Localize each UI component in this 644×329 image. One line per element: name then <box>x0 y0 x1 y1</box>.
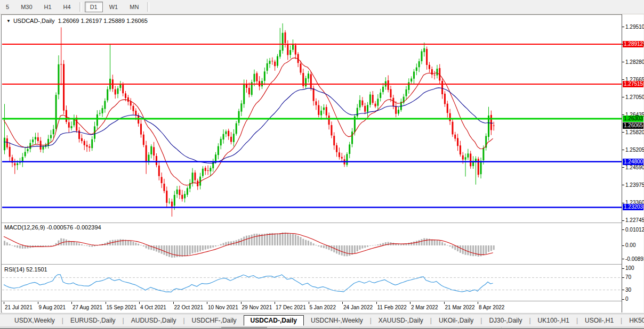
date-label: 5 Jan 2022 <box>310 305 336 310</box>
price-level-badge: 1.24800 <box>623 159 643 165</box>
price-axis-tick <box>622 220 624 221</box>
date-tick <box>410 302 410 304</box>
price-axis-tick <box>622 97 624 97</box>
toolbar-separator <box>79 2 82 12</box>
timeframe-button-d1[interactable]: D1 <box>85 2 103 12</box>
price-level-badge: 1.27515 <box>623 81 643 87</box>
date-tick <box>38 302 38 304</box>
timeframe-button-h1[interactable]: H1 <box>39 2 57 12</box>
rsi-axis-label: 0 <box>625 296 629 302</box>
timeframe-button-w1[interactable]: W1 <box>104 2 124 12</box>
price-axis-tick <box>622 185 624 185</box>
date-tick <box>139 302 140 304</box>
price-axis[interactable]: 1.295101.288951.282801.276651.270501.264… <box>622 14 643 312</box>
symbol-tab-xauusd[interactable]: XAUUSD-,Daily <box>372 316 430 325</box>
symbol-tab-usdcnh[interactable]: USDCNH-,Weekly <box>304 316 370 325</box>
macd-axis-label: 0.00 <box>625 242 635 248</box>
price-axis-tick <box>622 27 624 27</box>
price-chart[interactable] <box>2 15 622 223</box>
macd-axis-label: 0.010127 <box>625 227 644 233</box>
date-label: 11 Feb 2022 <box>377 305 407 310</box>
rsi-label: RSI(14) 52.1501 <box>4 266 47 273</box>
price-axis-tick <box>622 150 624 150</box>
timeframe-button-m30[interactable]: M30 <box>15 2 37 12</box>
trading-terminal-window: 5M30H1H4D1W1MN ▼USDCAD-,Daily 1.26069 1.… <box>0 0 644 329</box>
timeframe-toolbar: 5M30H1H4D1W1MN <box>0 0 644 14</box>
date-tick <box>444 302 445 304</box>
rsi-axis-tick <box>622 290 624 290</box>
date-label: 2 Mar 2022 <box>411 305 438 310</box>
date-label: 24 Jan 2022 <box>343 305 373 310</box>
price-axis-label: 1.22745 <box>625 217 644 223</box>
symbol-tab-bar: USDX,Weekly|EURUSD-,Daily|AUDUSD-,Daily|… <box>0 314 644 326</box>
symbol-tab-eurusd[interactable]: EURUSD-,Daily <box>63 316 123 325</box>
date-tick <box>309 302 309 304</box>
date-tick <box>376 302 377 304</box>
price-level-badge: 1.23203 <box>623 204 643 210</box>
date-label: 22 Oct 2021 <box>174 305 203 310</box>
price-axis-tick <box>622 132 624 133</box>
date-tick <box>173 302 174 304</box>
symbol-tab-usdchf[interactable]: USDCHF-,Daily <box>185 316 244 325</box>
date-label: 21 Jul 2021 <box>5 305 33 310</box>
chart-title-ohlc: 1.26069 1.26197 1.25889 1.26065 <box>58 18 148 24</box>
date-label: 9 Aug 2021 <box>39 305 66 310</box>
price-level-badge: 1.26303 <box>623 116 643 122</box>
price-axis-tick <box>622 62 624 62</box>
symbol-tab-uk100[interactable]: UK100-,H1 <box>531 316 576 325</box>
price-axis-tick <box>622 79 624 80</box>
date-label: 17 Dec 2021 <box>276 305 306 310</box>
chart-title-symbol: USDCAD-,Daily <box>13 18 55 24</box>
symbol-tab-ukoil[interactable]: UKOil-,Daily <box>432 316 480 325</box>
timeframe-button-h4[interactable]: H4 <box>58 2 76 12</box>
price-axis-tick <box>622 167 624 168</box>
price-level-badge: 1.26065 <box>623 122 643 129</box>
macd-axis-tick <box>622 245 624 246</box>
date-tick <box>478 302 478 304</box>
rsi-axis-tick <box>622 268 624 269</box>
date-label: 29 Nov 2021 <box>242 305 272 310</box>
date-label: 21 Mar 2022 <box>445 305 475 310</box>
price-axis-tick <box>622 203 624 203</box>
symbol-tab-hk50[interactable]: HK50-,H1 <box>622 316 644 325</box>
symbol-tab-audusd[interactable]: AUDUSD-,Daily <box>124 316 183 325</box>
price-axis-label: 1.28280 <box>625 59 644 65</box>
symbol-tab-usdcad[interactable]: USDCAD-,Daily <box>244 315 304 326</box>
timeframe-button-5[interactable]: 5 <box>1 2 14 12</box>
price-axis-label: 1.23975 <box>625 182 644 188</box>
time-axis[interactable]: 21 Jul 20219 Aug 202127 Aug 202115 Sep 2… <box>2 302 622 312</box>
date-tick <box>71 302 72 304</box>
symbol-tab-dj30[interactable]: DJ30-,Daily <box>482 316 529 325</box>
date-tick <box>4 302 4 304</box>
rsi-axis-label: 70 <box>625 274 631 280</box>
rsi-panel-chart[interactable] <box>2 266 622 301</box>
date-tick <box>342 302 343 304</box>
date-label: 8 Apr 2022 <box>479 305 504 310</box>
date-tick <box>207 302 207 304</box>
symbol-tab-usoil[interactable]: USOil-,H1 <box>578 316 621 325</box>
price-axis-label: 1.25820 <box>625 129 644 135</box>
rsi-axis-tick <box>622 277 624 278</box>
price-axis-label: 1.29510 <box>625 24 644 30</box>
date-tick <box>241 302 241 304</box>
macd-label: MACD(12,26,9) -0.000576 -0.002394 <box>4 224 101 231</box>
rsi-axis-label: 100 <box>625 265 634 271</box>
macd-axis-label: -0.00893 <box>625 256 644 262</box>
price-axis-label: 1.25205 <box>625 147 644 153</box>
toolbar-separator <box>147 2 149 12</box>
symbol-dropdown-icon[interactable]: ▼ <box>6 19 11 23</box>
timeframe-button-mn[interactable]: MN <box>124 2 144 12</box>
date-label: 15 Sep 2021 <box>107 305 137 310</box>
price-level-badge: 1.28912 <box>623 41 643 47</box>
rsi-axis-tick <box>622 299 624 300</box>
date-tick <box>275 302 275 304</box>
date-label: 10 Nov 2021 <box>208 305 238 310</box>
date-tick <box>106 302 106 304</box>
macd-axis-tick <box>622 229 624 230</box>
rsi-axis-label: 30 <box>625 287 631 293</box>
symbol-tab-usdx[interactable]: USDX,Weekly <box>7 316 62 325</box>
date-label: 4 Oct 2021 <box>140 305 166 310</box>
panel-divider[interactable] <box>2 264 642 266</box>
macd-axis-tick <box>622 259 624 259</box>
date-label: 27 Aug 2021 <box>73 305 102 310</box>
